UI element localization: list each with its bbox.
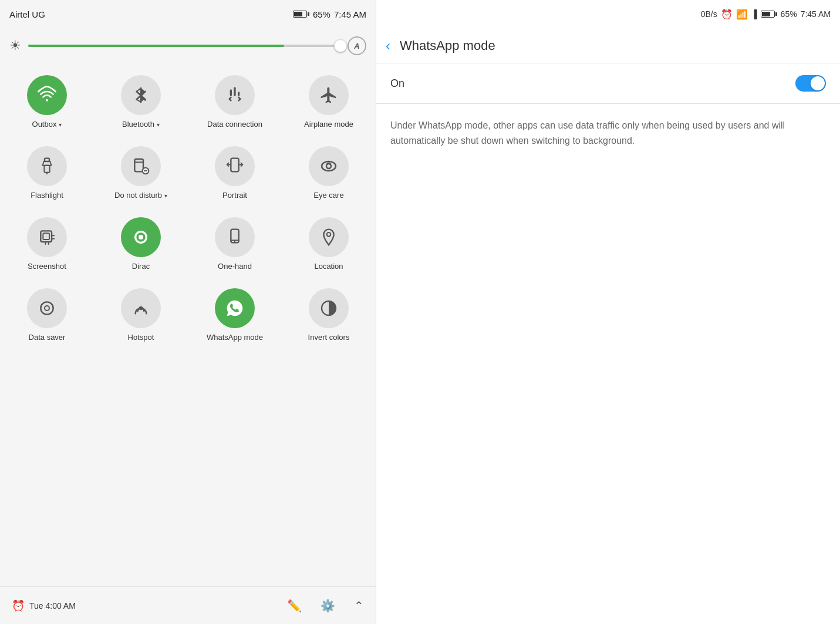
tile-data-saver[interactable]: Data saver — [0, 281, 94, 352]
svg-rect-10 — [231, 158, 238, 172]
tile-one-hand-label: One-hand — [218, 262, 252, 272]
tile-eye-care[interactable]: Eye care — [282, 139, 376, 210]
tile-data-saver-icon — [27, 288, 67, 328]
tile-data-connection-icon — [215, 75, 255, 115]
tile-screenshot-label: Screenshot — [28, 262, 66, 272]
tile-location-icon — [309, 217, 349, 257]
svg-rect-4 — [44, 166, 49, 173]
back-button[interactable]: ‹ — [386, 38, 390, 54]
tile-data-connection[interactable]: Data connection — [188, 68, 282, 139]
brightness-auto-btn[interactable]: A — [348, 36, 366, 55]
tile-hotspot[interactable]: Hotspot — [94, 281, 188, 352]
svg-point-0 — [46, 99, 48, 102]
tile-airplane-mode-label: Airplane mode — [304, 120, 353, 130]
svg-rect-15 — [41, 231, 52, 242]
svg-point-22 — [327, 232, 331, 237]
tile-portrait-label: Portrait — [222, 191, 247, 201]
tile-one-hand[interactable]: One-hand — [188, 210, 282, 281]
battery-icon — [293, 11, 309, 18]
tile-dirac[interactable]: Dirac — [94, 210, 188, 281]
brightness-fill — [28, 45, 284, 47]
collapse-icon[interactable]: ⌃ — [354, 599, 364, 613]
tile-one-hand-icon — [215, 217, 255, 257]
right-panel: 0B/s ⏰ 📶 ▐ 65% 7:45 AM ‹ WhatsApp mode O… — [376, 0, 840, 624]
brightness-slider[interactable] — [28, 45, 340, 47]
toggle-row: On — [376, 63, 840, 104]
toggle-label: On — [390, 77, 404, 90]
brightness-thumb[interactable] — [334, 39, 347, 52]
battery-icon-right — [761, 11, 777, 18]
svg-rect-16 — [43, 233, 49, 240]
left-panel: Airtel UG 65% 7:45 AM ☀ A — [0, 0, 376, 624]
tile-portrait[interactable]: Portrait — [188, 139, 282, 210]
tile-screenshot-icon — [27, 217, 67, 257]
tile-location[interactable]: Location — [282, 210, 376, 281]
svg-point-24 — [45, 306, 49, 311]
tile-whatsapp-mode-label: WhatsApp mode — [207, 333, 263, 343]
quick-tiles-grid: Outbox ▾ Bluetooth ▾ — [0, 63, 376, 357]
toggle-switch[interactable] — [795, 75, 826, 92]
tile-eye-care-icon — [309, 146, 349, 186]
tile-flashlight[interactable]: Flashlight — [0, 139, 94, 210]
carrier-text: Airtel UG — [9, 9, 45, 19]
settings-icon[interactable]: ⚙️ — [321, 599, 335, 613]
svg-point-23 — [41, 302, 53, 314]
tile-dnd-label: Do not disturb — [114, 191, 162, 201]
tile-invert-colors[interactable]: Invert colors — [282, 281, 376, 352]
tile-location-label: Location — [314, 262, 343, 272]
alarm-icon: ⏰ — [12, 599, 25, 612]
tile-bluetooth-icon — [121, 75, 161, 115]
time-left: 7:45 AM — [334, 9, 366, 19]
tile-dnd-dropdown: ▾ — [164, 193, 167, 199]
svg-rect-6 — [134, 159, 143, 171]
battery-percent: 65% — [313, 9, 330, 19]
tile-eye-care-label: Eye care — [313, 191, 343, 201]
data-speed: 0B/s — [701, 9, 717, 19]
tile-airplane-mode-icon — [309, 75, 349, 115]
alarm-info: ⏰ Tue 4:00 AM — [12, 599, 76, 612]
edit-icon[interactable]: ✏️ — [287, 599, 302, 613]
toggle-thumb — [811, 76, 825, 90]
brightness-row[interactable]: ☀ A — [0, 28, 376, 63]
tile-hotspot-label: Hotspot — [128, 333, 154, 343]
tile-dirac-icon — [121, 217, 161, 257]
tile-whatsapp-mode-icon — [215, 288, 255, 328]
tile-airplane-mode[interactable]: Airplane mode — [282, 68, 376, 139]
bottom-action-icons: ✏️ ⚙️ ⌃ — [287, 599, 364, 613]
brightness-icon: ☀ — [9, 38, 21, 53]
tile-outbox-icon — [27, 75, 67, 115]
svg-point-18 — [139, 235, 143, 240]
tile-whatsapp-mode[interactable]: WhatsApp mode — [188, 281, 282, 352]
signal-icon-right: ▐ — [751, 9, 757, 19]
time-right: 7:45 AM — [801, 9, 831, 19]
tile-data-saver-label: Data saver — [29, 333, 66, 343]
tile-outbox[interactable]: Outbox ▾ — [0, 68, 94, 139]
tile-screenshot[interactable]: Screenshot — [0, 210, 94, 281]
page-title: WhatsApp mode — [400, 38, 495, 53]
wifi-icon-right: 📶 — [736, 9, 748, 20]
tile-invert-colors-icon — [309, 288, 349, 328]
tile-flashlight-label: Flashlight — [31, 191, 63, 201]
tile-bluetooth-dropdown: ▾ — [157, 122, 160, 128]
whatsapp-mode-description: Under WhatsApp mode, other apps can use … — [376, 104, 840, 162]
status-right-info: 65% 7:45 AM — [293, 9, 366, 19]
battery-percent-right: 65% — [781, 9, 797, 19]
tile-invert-colors-label: Invert colors — [308, 333, 350, 343]
tile-outbox-dropdown: ▾ — [59, 122, 62, 128]
bottom-bar: ⏰ Tue 4:00 AM ✏️ ⚙️ ⌃ — [0, 586, 376, 624]
alarm-text: Tue 4:00 AM — [29, 601, 76, 610]
status-bar-right: 0B/s ⏰ 📶 ▐ 65% 7:45 AM — [376, 0, 840, 28]
status-bar-left: Airtel UG 65% 7:45 AM — [0, 0, 376, 28]
svg-point-14 — [326, 164, 331, 168]
tile-outbox-label: Outbox — [32, 120, 57, 130]
alarm-icon-right: ⏰ — [721, 9, 733, 20]
tile-bluetooth[interactable]: Bluetooth ▾ — [94, 68, 188, 139]
tile-do-not-disturb[interactable]: Do not disturb ▾ — [94, 139, 188, 210]
tile-dnd-icon — [121, 146, 161, 186]
right-header: ‹ WhatsApp mode — [376, 28, 840, 63]
tile-bluetooth-label: Bluetooth — [122, 120, 154, 130]
tile-data-connection-label: Data connection — [207, 120, 262, 130]
tile-flashlight-icon — [27, 146, 67, 186]
tile-hotspot-icon — [121, 288, 161, 328]
tile-dirac-label: Dirac — [132, 262, 150, 272]
